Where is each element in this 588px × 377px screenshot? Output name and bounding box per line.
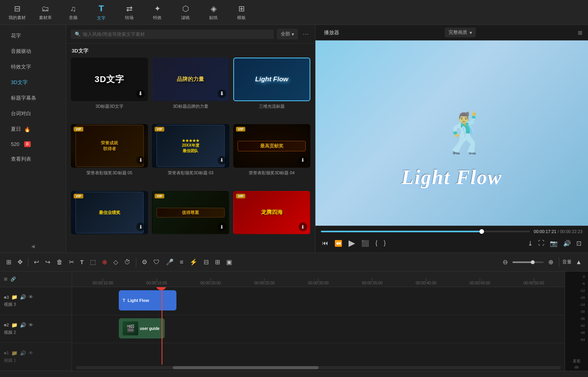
sidebar-item-520[interactable]: 520 新 xyxy=(3,137,63,151)
tab-player[interactable]: 播放器 xyxy=(321,28,342,38)
list-item[interactable]: VIP 值得尊重 ⬇ xyxy=(152,191,229,248)
search-input[interactable] xyxy=(83,32,270,37)
toolbar-divider xyxy=(28,258,28,267)
delete-button[interactable]: 🗑 xyxy=(54,256,65,268)
progress-bar[interactable] xyxy=(321,231,530,232)
playhead[interactable]: 00:00:17:21 xyxy=(162,287,162,365)
horizontal-scrollbar[interactable] xyxy=(76,366,561,369)
scrollbar-thumb[interactable] xyxy=(173,366,319,369)
timer-button[interactable]: ⏱ xyxy=(122,256,133,268)
item-label: 荣誉表彰颁奖3D标题 05 xyxy=(71,170,148,176)
sidebar-item-more[interactable]: 查看列表 xyxy=(3,152,63,167)
sidebar-item-effects-text[interactable]: 特效文字 xyxy=(3,60,63,74)
mark-in-button[interactable]: { xyxy=(374,238,379,248)
nav-transition[interactable]: ⇄ 转场 xyxy=(115,2,143,23)
nav-library[interactable]: 🗂 素材库 xyxy=(31,2,59,23)
screen-record-button[interactable]: ⊞ xyxy=(213,256,222,268)
track3-visible-icon[interactable]: 👁 xyxy=(28,294,33,300)
track-settings-button[interactable]: ✥ xyxy=(15,256,25,268)
add-to-timeline-button[interactable]: ⤓ xyxy=(526,238,534,248)
right-controls: ⤓ ⛶ 📷 🔊 ⊡ xyxy=(526,238,583,248)
download-icon[interactable]: ⬇ xyxy=(136,156,145,165)
play-button[interactable]: ▶ xyxy=(347,237,356,249)
track1-visible-icon[interactable]: 👁 xyxy=(28,350,33,356)
list-item[interactable]: 品牌的力量 ⬇ 3D标题品牌的力量 xyxy=(152,58,229,120)
track2-visible-icon[interactable]: 👁 xyxy=(28,322,33,328)
screenshot2-button[interactable]: ▣ xyxy=(224,256,234,268)
volume-button[interactable]: 🔊 xyxy=(562,238,572,248)
crop-tool-button[interactable]: ⬚ xyxy=(88,256,98,268)
sidebar-item-subtitle[interactable]: 标题字幕条 xyxy=(3,91,63,105)
fullscreen-button[interactable]: ⛶ xyxy=(537,238,546,248)
color-settings-button[interactable]: ⚙ xyxy=(139,256,150,268)
sidebar-item-summer[interactable]: 夏日 🔥 xyxy=(3,122,63,137)
track3-folder-icon[interactable]: 📁 xyxy=(11,294,18,300)
sidebar-item-3d-text[interactable]: 3D文字 xyxy=(3,75,63,90)
nav-audio[interactable]: ♫ 音频 xyxy=(59,2,87,23)
search-filter-dropdown[interactable]: 全部 ▾ xyxy=(277,29,298,39)
screenshot-button[interactable]: 📷 xyxy=(549,238,559,248)
narration-button[interactable]: ≡ xyxy=(178,256,186,268)
mic-button[interactable]: 🎤 xyxy=(164,256,176,268)
nav-my-assets[interactable]: ⊟ 我的素材 xyxy=(3,2,31,23)
nav-template[interactable]: ⊞ 模板 xyxy=(227,2,255,23)
clip-video-thumbnail: 🎬 xyxy=(123,321,138,335)
download-icon[interactable]: ⬇ xyxy=(218,89,226,98)
text-tool-button[interactable]: T xyxy=(78,257,86,268)
shield-button[interactable]: 🛡 xyxy=(151,256,162,268)
link-icon[interactable]: 🔗 xyxy=(11,277,16,282)
settings-button[interactable]: ⊡ xyxy=(575,238,583,248)
stop-button[interactable]: ⬛ xyxy=(360,238,370,248)
undo-button[interactable]: ↩ xyxy=(32,256,41,268)
download-icon[interactable]: ⬇ xyxy=(299,156,307,165)
expand-icon[interactable]: ⊞ xyxy=(578,30,583,36)
list-item[interactable]: Light Flow 三维光流标题 xyxy=(233,58,310,120)
skip-back-button[interactable]: ⏮ xyxy=(321,238,329,248)
nav-filter[interactable]: ⬡ 滤镜 xyxy=(171,2,199,23)
sidebar-item-audio-driven[interactable]: 音频驱动 xyxy=(3,44,63,59)
redo-button[interactable]: ↪ xyxy=(43,256,53,268)
sidebar-item-huazi[interactable]: 花字 xyxy=(3,28,63,43)
track3-audio-icon[interactable]: 🔊 xyxy=(20,294,26,300)
search-box[interactable]: 🔍 xyxy=(71,30,274,39)
search-more-button[interactable]: ⋯ xyxy=(301,29,310,39)
magnet-tool-button[interactable]: ⊕ xyxy=(100,256,109,268)
list-item[interactable]: 3D文字 ⬇ 3D标题3D文字 xyxy=(71,58,148,120)
list-item[interactable]: VIP 荣誉成就联得者 ⬇ 荣誉表彰颁奖3D标题 05 xyxy=(71,124,148,187)
quality-select[interactable]: 完整画质 ▾ xyxy=(445,28,476,37)
nav-sticker[interactable]: ◈ 贴纸 xyxy=(199,2,227,23)
sidebar-collapse-button[interactable]: ◀ xyxy=(0,240,66,253)
template-icon: ⊞ xyxy=(238,4,245,13)
nav-effects[interactable]: ✦ 特效 xyxy=(143,2,171,23)
add-track-icon[interactable]: ⊞ xyxy=(4,277,7,282)
list-item[interactable]: VIP ★★★★★20XX年度最佳团队 ⬇ 荣誉表彰颁奖3D标题 03 xyxy=(152,124,229,187)
track1-folder-icon[interactable]: 📁 xyxy=(11,350,18,356)
track1-audio-icon[interactable]: 🔊 xyxy=(20,350,26,356)
list-item[interactable]: VIP 最佳业绩奖 ⬇ xyxy=(71,191,148,248)
nav-text[interactable]: T 文字 xyxy=(87,2,115,23)
item-label: 荣誉表彰颁奖3D标题 03 xyxy=(152,170,229,176)
frame-back-button[interactable]: ⏪ xyxy=(333,238,343,248)
download-icon[interactable]: ⬇ xyxy=(136,89,145,98)
main-track-button[interactable]: ⊞ xyxy=(4,256,14,268)
progress-handle[interactable] xyxy=(479,229,484,234)
audio-wave-button[interactable]: ⚡ xyxy=(187,256,200,268)
keyframe-button[interactable]: ◇ xyxy=(111,256,120,268)
sidebar-item-dialogue[interactable]: 台词对白 xyxy=(3,106,63,121)
layers-button[interactable]: ⊟ xyxy=(201,256,211,268)
download-icon[interactable]: ⬇ xyxy=(218,156,226,165)
clip-video[interactable]: 🎬 user guide xyxy=(119,318,165,338)
download-icon[interactable]: ⬇ xyxy=(218,223,226,231)
track2-folder-icon[interactable]: 📁 xyxy=(11,322,18,328)
list-item[interactable]: VIP 龙腾四海 ⬇ xyxy=(233,191,310,248)
track2-audio-icon[interactable]: 🔊 xyxy=(20,322,26,328)
zoom-in-button[interactable]: ⊕ xyxy=(546,256,556,268)
cut-tool-button[interactable]: ✂ xyxy=(67,256,76,268)
zoom-out-button[interactable]: ⊖ xyxy=(500,256,510,268)
list-item[interactable]: VIP 最高贡献奖 ⬇ 荣誉表彰颁奖3D标题 04 xyxy=(233,124,310,187)
zoom-slider[interactable] xyxy=(512,261,544,263)
download-icon[interactable]: ⬇ xyxy=(136,223,145,231)
video-background: 🕺 Light Flow xyxy=(315,40,588,226)
clip-lightflow[interactable]: T Light Flow xyxy=(119,290,176,310)
mark-out-button[interactable]: } xyxy=(382,238,387,248)
